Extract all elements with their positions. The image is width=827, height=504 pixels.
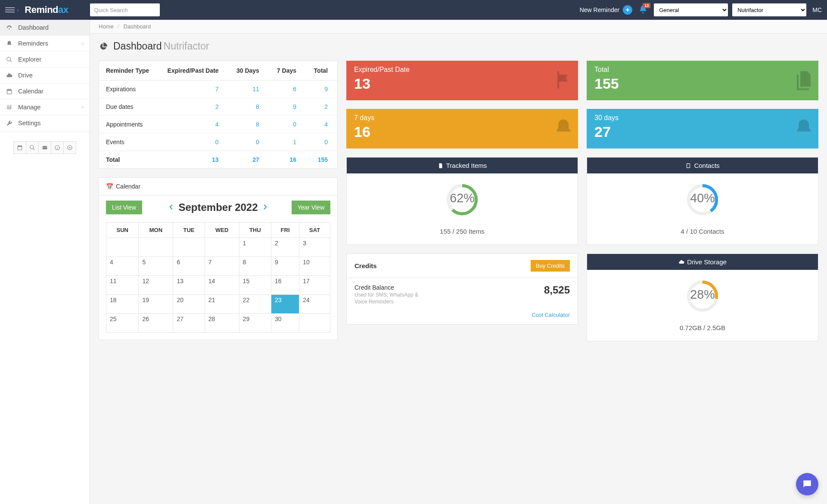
calendar-panel: 📅 Calendar List View September 2022 Year… (99, 177, 338, 340)
table-total-row: Total132716155 (99, 151, 337, 169)
calendar-day (106, 238, 139, 257)
calendar-day[interactable]: 30 (271, 314, 299, 333)
sidebar-item-calendar[interactable]: Calendar (0, 83, 90, 99)
tool-close-icon[interactable] (63, 141, 76, 154)
calendar-day[interactable]: 28 (205, 314, 239, 333)
calendar-day[interactable]: 9 (271, 257, 299, 276)
card-total[interactable]: Total 155 (587, 61, 818, 100)
calendar-day[interactable]: 24 (299, 295, 330, 314)
table-value-link[interactable]: 0 (324, 139, 328, 145)
tool-mail-icon[interactable] (38, 141, 51, 154)
main-content: Home / Dashboard Dashboard Nutrifactor R… (90, 20, 827, 504)
svg-text:28%: 28% (690, 288, 715, 301)
table-row: Expirations71169 (99, 80, 337, 98)
table-value-link[interactable]: 0 (256, 139, 259, 145)
notifications-button[interactable]: 13 (638, 5, 648, 15)
tracked-items-card: Tracked Items 62% 155 / 250 Items (346, 157, 578, 245)
chat-widget[interactable] (796, 473, 818, 495)
menu-toggle[interactable] (5, 7, 15, 12)
breadcrumb-home[interactable]: Home (99, 23, 114, 30)
table-value-link[interactable]: 6 (293, 86, 296, 93)
table-value-link[interactable]: 4 (215, 121, 219, 128)
calendar-day[interactable]: 7 (205, 257, 239, 276)
table-value-link[interactable]: 2 (324, 103, 328, 110)
calendar-day[interactable]: 23 (271, 295, 299, 314)
cost-calculator-link[interactable]: Cost Calculator (532, 312, 570, 318)
calendar-day[interactable]: 3 (299, 238, 330, 257)
table-value-link[interactable]: 0 (215, 139, 219, 145)
calendar-day[interactable]: 5 (139, 257, 173, 276)
page-title: Dashboard (113, 40, 162, 52)
calendar-day[interactable]: 18 (106, 295, 139, 314)
sidebar-item-dashboard[interactable]: Dashboard (0, 20, 90, 36)
table-value-link[interactable]: 2 (215, 103, 219, 110)
table-value-link[interactable]: 7 (215, 86, 219, 93)
calendar-day[interactable]: 16 (271, 276, 299, 295)
calendar-day[interactable]: 17 (299, 276, 330, 295)
prev-month-button[interactable] (167, 203, 175, 212)
table-value-link[interactable]: 11 (252, 86, 259, 93)
notification-badge: 13 (643, 3, 650, 8)
page-subtitle: Nutrifactor (164, 40, 209, 52)
calendar-day[interactable]: 11 (106, 276, 139, 295)
sidebar-item-drive[interactable]: Drive (0, 68, 90, 83)
sliders-icon (6, 104, 14, 111)
calendar-day[interactable]: 13 (173, 276, 205, 295)
bell-icon (6, 40, 14, 47)
calendar-day[interactable]: 19 (139, 295, 173, 314)
calendar-day[interactable]: 29 (239, 314, 271, 333)
calendar-day[interactable]: 27 (173, 314, 205, 333)
calendar-day[interactable]: 8 (239, 257, 271, 276)
calendar-day[interactable]: 20 (173, 295, 205, 314)
dashboard-icon (6, 25, 14, 31)
user-initials[interactable]: MC (812, 6, 822, 13)
sidebar-item-explorer[interactable]: Explorer (0, 52, 90, 68)
buy-credits-button[interactable]: Buy Credits (531, 260, 570, 272)
cloud-icon (6, 72, 14, 79)
sidebar-item-settings[interactable]: Settings (0, 115, 90, 131)
search-icon (6, 56, 14, 63)
calendar-day[interactable]: 1 (239, 238, 271, 257)
calendar-day[interactable]: 22 (239, 295, 271, 314)
calendar-day[interactable]: 12 (139, 276, 173, 295)
table-value-link[interactable]: 9 (324, 86, 328, 93)
calendar-day[interactable]: 25 (106, 314, 139, 333)
next-month-button[interactable] (261, 203, 269, 212)
calendar-day[interactable]: 4 (106, 257, 139, 276)
table-value-link[interactable]: 9 (293, 103, 296, 110)
card-expired[interactable]: Expired/Past Date 13 (346, 61, 578, 100)
new-reminder-button[interactable]: New Reminder + (580, 5, 633, 15)
calendar-day[interactable]: 26 (139, 314, 173, 333)
collapse-arrow-icon[interactable]: ‹ (17, 8, 19, 12)
table-value-link[interactable]: 0 (293, 121, 296, 128)
search-input[interactable] (90, 3, 160, 16)
account-select[interactable]: Nutrifactor (732, 3, 806, 16)
tool-calendar-icon[interactable] (13, 141, 26, 154)
credit-note: Used for SMS, WhatsApp & Voice Reminders (354, 292, 428, 305)
cloud-icon (678, 259, 684, 265)
view-type-select[interactable]: General (654, 3, 728, 16)
calendar-day[interactable]: 6 (173, 257, 205, 276)
calendar-day[interactable]: 14 (205, 276, 239, 295)
list-view-button[interactable]: List View (106, 201, 142, 214)
table-value-link[interactable]: 1 (293, 139, 296, 145)
table-value-link[interactable]: 4 (324, 121, 328, 128)
table-header: 7 Days (269, 61, 306, 80)
table-value-link[interactable]: 8 (256, 121, 259, 128)
credits-panel: Credits Buy Credits Credit Balance Used … (346, 254, 578, 325)
tool-search-icon[interactable] (26, 141, 39, 154)
card-7days[interactable]: 7 days 16 (346, 109, 578, 148)
svg-text:40%: 40% (690, 191, 715, 205)
tool-info-icon[interactable] (51, 141, 64, 154)
logo[interactable]: Remindax (25, 4, 68, 15)
sidebar-item-manage[interactable]: Manage› (0, 99, 90, 115)
card-30days[interactable]: 30 days 27 (587, 109, 818, 148)
year-view-button[interactable]: Year View (292, 201, 330, 214)
calendar-day[interactable]: 21 (205, 295, 239, 314)
calendar-icon: 📅 (106, 183, 113, 190)
sidebar-item-reminders[interactable]: Reminders› (0, 36, 90, 52)
table-value-link[interactable]: 8 (256, 103, 259, 110)
calendar-day[interactable]: 2 (271, 238, 299, 257)
calendar-day[interactable]: 15 (239, 276, 271, 295)
calendar-day[interactable]: 10 (299, 257, 330, 276)
